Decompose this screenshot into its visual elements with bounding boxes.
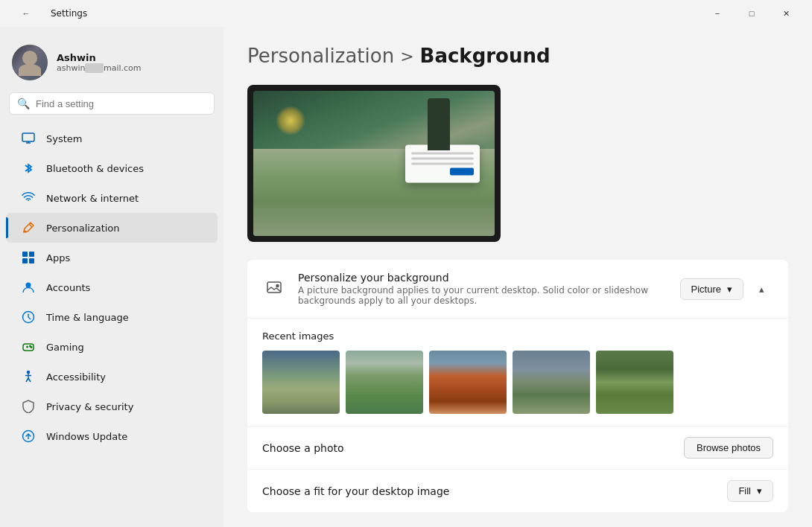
choose-photo-row: Choose a photo Browse photos	[247, 426, 788, 469]
shield-icon	[21, 399, 36, 414]
close-button[interactable]: ✕	[769, 3, 803, 24]
gamepad-icon	[21, 339, 36, 354]
personalize-label: Personalize your background	[298, 272, 668, 284]
bluetooth-icon	[21, 161, 36, 176]
breadcrumb[interactable]: Personalization	[247, 45, 394, 67]
sidebar-item-apps[interactable]: Apps	[6, 243, 218, 272]
choose-fit-label: Choose a fit for your desktop image	[262, 485, 449, 497]
personalize-text: Personalize your background A picture ba…	[298, 272, 668, 306]
sidebar-label-privacy: Privacy & security	[46, 401, 133, 412]
user-info: Ashwin ashwin·······mail.com	[57, 52, 142, 73]
background-type-dropdown[interactable]: Picture ▾	[680, 278, 743, 300]
svg-rect-5	[29, 252, 34, 257]
thumbnail-5[interactable]	[596, 351, 673, 414]
email-blur: ·······	[85, 63, 103, 73]
sidebar-item-update[interactable]: Windows Update	[6, 421, 218, 451]
recent-images-container: Recent images	[247, 318, 788, 426]
background-icon	[262, 277, 286, 301]
dialog-line-2	[411, 157, 474, 159]
sun-glow	[276, 106, 305, 135]
accessibility-icon	[21, 369, 36, 384]
svg-line-18	[26, 378, 28, 382]
personalize-desc: A picture background applies to your cur…	[298, 285, 668, 306]
sidebar: Ashwin ashwin·······mail.com 🔍 System	[0, 27, 223, 527]
person-icon	[21, 280, 36, 295]
dialog-line-3	[411, 162, 474, 165]
dialog-btn	[450, 167, 474, 175]
minimize-button[interactable]: −	[700, 3, 735, 24]
user-profile[interactable]: Ashwin ashwin·······mail.com	[0, 39, 223, 92]
sidebar-item-gaming[interactable]: Gaming	[6, 332, 218, 362]
svg-point-23	[276, 285, 279, 287]
sidebar-item-privacy[interactable]: Privacy & security	[6, 392, 218, 421]
svg-rect-6	[22, 258, 28, 264]
sidebar-label-accounts: Accounts	[46, 282, 90, 293]
svg-line-19	[28, 378, 31, 382]
browse-photos-button[interactable]: Browse photos	[684, 437, 773, 459]
maximize-button[interactable]: □	[735, 3, 769, 24]
user-name: Ashwin	[57, 52, 142, 63]
fit-dropdown[interactable]: Fill ▾	[727, 480, 773, 502]
apps-icon	[21, 250, 36, 265]
update-icon	[21, 429, 36, 444]
svg-rect-4	[22, 252, 28, 257]
thumbnail-2[interactable]	[346, 351, 423, 414]
app-body: Ashwin ashwin·······mail.com 🔍 System	[0, 27, 812, 527]
sidebar-item-system[interactable]: System	[6, 124, 218, 153]
sidebar-label-system: System	[46, 133, 82, 144]
images-grid	[262, 351, 773, 414]
related-settings: Related settings	[247, 524, 788, 527]
choose-photo-label: Choose a photo	[262, 442, 344, 454]
sidebar-item-accessibility[interactable]: Accessibility	[6, 362, 218, 392]
svg-rect-22	[267, 282, 281, 293]
search-box[interactable]: 🔍	[9, 92, 215, 115]
avatar	[12, 45, 48, 80]
sidebar-label-network: Network & internet	[46, 193, 139, 204]
thumbnail-4[interactable]	[513, 351, 590, 414]
sidebar-item-bluetooth[interactable]: Bluetooth & devices	[6, 153, 218, 183]
search-input[interactable]	[36, 98, 206, 109]
sidebar-item-accounts[interactable]: Accounts	[6, 272, 218, 302]
title-bar-left: ← Settings	[9, 3, 87, 24]
dialog-line-1	[411, 152, 474, 154]
svg-point-15	[28, 371, 30, 374]
page-header: Personalization > Background	[247, 45, 788, 67]
breadcrumb-separator: >	[400, 47, 413, 66]
back-button[interactable]: ←	[9, 3, 43, 24]
sidebar-label-gaming: Gaming	[46, 342, 84, 353]
sidebar-item-personalization[interactable]: Personalization	[6, 213, 218, 243]
monitor-screen	[253, 91, 495, 236]
choose-fit-row: Choose a fit for your desktop image Fill…	[247, 469, 788, 512]
chevron-down-fit-icon: ▾	[757, 485, 762, 496]
sidebar-label-update: Windows Update	[46, 431, 127, 442]
chevron-up-icon: ▴	[759, 284, 764, 295]
sidebar-label-accessibility: Accessibility	[46, 371, 106, 383]
svg-point-14	[31, 347, 32, 348]
svg-line-3	[29, 224, 32, 227]
sidebar-label-bluetooth: Bluetooth & devices	[46, 163, 144, 174]
personalize-card: Personalize your background A picture ba…	[247, 260, 788, 512]
recent-images-title: Recent images	[262, 330, 773, 342]
app-title: Settings	[51, 8, 87, 19]
window-controls: − □ ✕	[700, 3, 803, 24]
avatar-image	[12, 45, 48, 80]
sidebar-item-time[interactable]: Time & language	[6, 302, 218, 332]
dialog-overlay	[405, 144, 480, 182]
collapse-button[interactable]: ▴	[749, 277, 773, 301]
search-icon: 🔍	[17, 98, 30, 109]
clock-icon	[21, 310, 36, 325]
sidebar-label-time: Time & language	[46, 312, 129, 323]
sidebar-label-apps: Apps	[46, 252, 70, 264]
user-email: ashwin·······mail.com	[57, 63, 142, 73]
personalize-background-row: Personalize your background A picture ba…	[247, 260, 788, 318]
thumbnail-1[interactable]	[262, 351, 340, 414]
brush-icon	[21, 220, 36, 235]
svg-rect-0	[22, 133, 34, 141]
monitor-preview	[247, 85, 501, 242]
sidebar-label-personalization: Personalization	[46, 223, 120, 234]
svg-rect-7	[29, 258, 34, 264]
monitor-icon	[21, 131, 36, 146]
sidebar-item-network[interactable]: Network & internet	[6, 183, 218, 213]
thumbnail-3[interactable]	[429, 351, 507, 414]
svg-point-8	[26, 283, 31, 288]
